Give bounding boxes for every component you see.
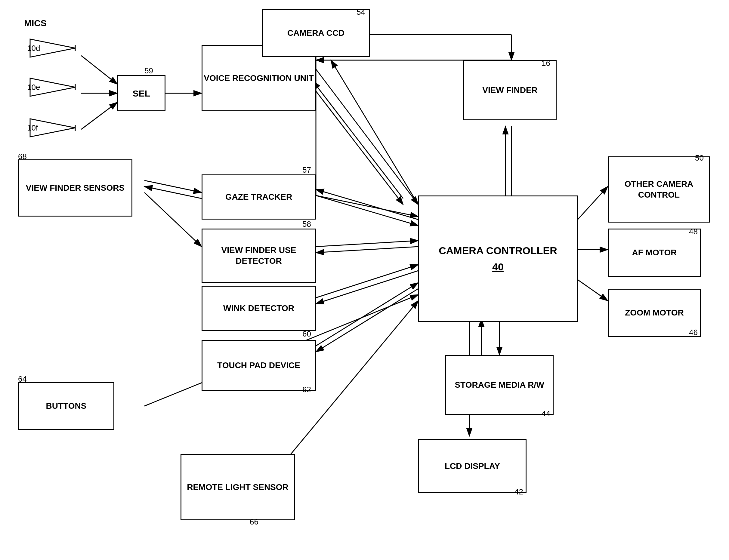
svg-line-29 — [316, 265, 418, 298]
svg-line-31 — [316, 283, 418, 346]
buttons-box: BUTTONS — [18, 382, 114, 430]
mic-10e-label: 10e — [27, 83, 40, 92]
touch-pad-ref62: 62 — [302, 385, 311, 394]
svg-line-25 — [316, 195, 418, 226]
zoom-motor-box: ZOOM MOTOR — [608, 289, 701, 337]
sel-ref: 59 — [144, 66, 153, 75]
view-finder-ref: 16 — [542, 59, 550, 68]
svg-line-26 — [316, 189, 418, 220]
mic-10f: 10f — [27, 116, 81, 141]
view-finder-box: VIEW FINDER — [463, 60, 557, 120]
camera-ccd-box: CAMERA CCD — [262, 9, 370, 57]
mic-10f-label: 10f — [27, 123, 38, 133]
storage-media-box: STORAGE MEDIA R/W — [445, 355, 554, 415]
svg-line-27 — [316, 241, 418, 247]
buttons-ref: 64 — [18, 374, 27, 384]
mic-10d: 10d — [27, 36, 81, 61]
svg-line-32 — [316, 289, 418, 352]
lcd-display-ref: 42 — [515, 487, 523, 497]
svg-line-16 — [578, 186, 608, 220]
svg-line-23 — [144, 186, 201, 198]
svg-line-8 — [313, 81, 403, 198]
mics-title: MICS — [24, 18, 47, 28]
svg-line-13 — [331, 60, 418, 205]
svg-line-11 — [316, 69, 418, 205]
view-finder-sensors-ref: 68 — [18, 152, 27, 161]
svg-line-28 — [316, 247, 418, 253]
svg-line-10 — [316, 195, 418, 217]
connection-lines — [0, 0, 729, 560]
af-motor-box: AF MOTOR — [608, 229, 701, 277]
mic-10d-label: 10d — [27, 44, 40, 53]
svg-line-30 — [316, 271, 418, 304]
remote-light-sensor-box: REMOTE LIGHT SENSOR — [180, 454, 295, 520]
gaze-tracker-box: GAZE TRACKER — [201, 174, 316, 220]
wink-detector-box: WINK DETECTOR — [201, 286, 316, 331]
touch-pad-device-ref: 60 — [302, 329, 311, 339]
view-finder-use-detector-box: VIEW FINDER USE DETECTOR — [201, 229, 316, 283]
svg-line-18 — [578, 280, 608, 301]
gaze-tracker-ref: 57 — [302, 165, 311, 175]
storage-media-ref: 44 — [542, 409, 550, 418]
af-motor-ref: 48 — [689, 227, 698, 236]
mic-10e: 10e — [27, 75, 81, 100]
zoom-motor-ref: 46 — [689, 328, 698, 337]
svg-line-5 — [81, 102, 117, 129]
view-finder-sensors-box: VIEW FINDER SENSORS — [18, 159, 132, 217]
diagram: MICS 10d 10e 10f SEL 59 VOICE RECOGNITIO… — [0, 0, 729, 560]
camera-controller-box: CAMERA CONTROLLER 40 — [418, 195, 578, 322]
svg-line-3 — [81, 56, 117, 84]
svg-line-7 — [313, 87, 403, 205]
other-camera-control-ref: 50 — [695, 153, 704, 163]
remote-light-sensor-ref: 66 — [250, 517, 258, 527]
camera-ccd-ref: 54 — [356, 8, 365, 17]
sel-box: SEL — [117, 75, 165, 111]
other-camera-control-box: OTHER CAMERA CONTROL — [608, 156, 710, 223]
svg-line-22 — [144, 180, 201, 192]
lcd-display-box: LCD DISPLAY — [418, 439, 527, 493]
view-finder-use-detector-ref: 58 — [302, 220, 311, 229]
svg-line-24 — [144, 192, 201, 247]
touch-pad-device-box: TOUCH PAD DEVICE — [201, 340, 316, 391]
